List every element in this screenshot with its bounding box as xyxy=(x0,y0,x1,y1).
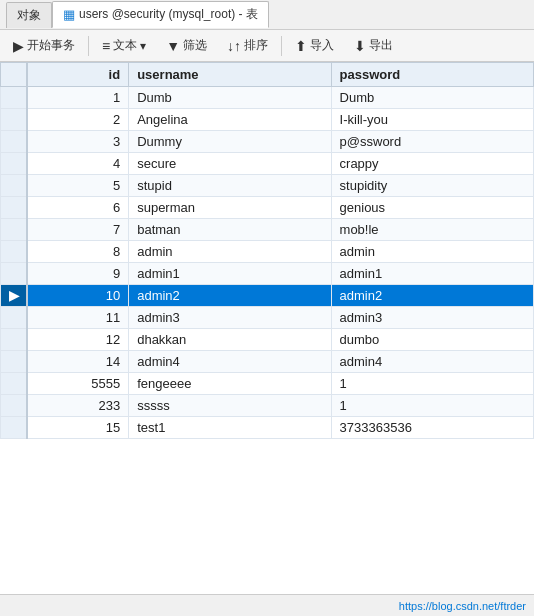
cell-password: crappy xyxy=(331,153,533,175)
data-table: id username password 1DumbDumb2AngelinaI… xyxy=(0,62,534,439)
status-link[interactable]: https://blog.csdn.net/ftrder xyxy=(399,600,526,612)
table-row[interactable]: 3Dummyp@ssword xyxy=(1,131,534,153)
table-row[interactable]: 1DumbDumb xyxy=(1,87,534,109)
cell-id: 5555 xyxy=(27,373,128,395)
cell-password: p@ssword xyxy=(331,131,533,153)
sort-icon: ↓↑ xyxy=(227,38,241,54)
table-row[interactable]: 4securecrappy xyxy=(1,153,534,175)
table-row[interactable]: 14admin4admin4 xyxy=(1,351,534,373)
cell-username: admin2 xyxy=(129,285,331,307)
cell-id: 11 xyxy=(27,307,128,329)
cell-password: admin2 xyxy=(331,285,533,307)
filter-button[interactable]: ▼ 筛选 xyxy=(157,33,216,58)
cell-password: I-kill-you xyxy=(331,109,533,131)
cell-id: 14 xyxy=(27,351,128,373)
row-marker xyxy=(1,131,28,153)
cell-id: 6 xyxy=(27,197,128,219)
table-row[interactable]: ▶10admin2admin2 xyxy=(1,285,534,307)
row-marker xyxy=(1,307,28,329)
row-marker xyxy=(1,175,28,197)
table-row[interactable]: 6supermangenious xyxy=(1,197,534,219)
status-bar: https://blog.csdn.net/ftrder xyxy=(0,594,534,616)
row-marker xyxy=(1,219,28,241)
col-header-id[interactable]: id xyxy=(27,63,128,87)
cell-username: Angelina xyxy=(129,109,331,131)
col-header-username[interactable]: username xyxy=(129,63,331,87)
text-button[interactable]: ≡ 文本 ▾ xyxy=(93,33,155,58)
cell-username: fengeeee xyxy=(129,373,331,395)
cell-username: admin1 xyxy=(129,263,331,285)
row-marker xyxy=(1,329,28,351)
table-row[interactable]: 15test13733363536 xyxy=(1,417,534,439)
cell-password: 3733363536 xyxy=(331,417,533,439)
toolbar-separator-2 xyxy=(281,36,282,56)
row-marker xyxy=(1,197,28,219)
row-marker-header xyxy=(1,63,28,87)
table-row[interactable]: 5555fengeeee1 xyxy=(1,373,534,395)
table-row[interactable]: 11admin3admin3 xyxy=(1,307,534,329)
objects-tab-label: 对象 xyxy=(17,7,41,24)
cell-username: admin4 xyxy=(129,351,331,373)
table-tab-label: users @security (mysql_root) - 表 xyxy=(79,6,258,23)
row-marker: ▶ xyxy=(1,285,28,307)
export-label: 导出 xyxy=(369,37,393,54)
text-dropdown-icon: ▾ xyxy=(140,39,146,53)
cell-id: 8 xyxy=(27,241,128,263)
transaction-icon: ▶ xyxy=(13,38,24,54)
cell-id: 3 xyxy=(27,131,128,153)
table-row[interactable]: 5stupidstupidity xyxy=(1,175,534,197)
table-row[interactable]: 12dhakkandumbo xyxy=(1,329,534,351)
toolbar: ▶ 开始事务 ≡ 文本 ▾ ▼ 筛选 ↓↑ 排序 ⬆ 导入 ⬇ 导出 xyxy=(0,30,534,62)
row-marker xyxy=(1,109,28,131)
cell-username: superman xyxy=(129,197,331,219)
cell-username: admin xyxy=(129,241,331,263)
tab-table[interactable]: ▦ users @security (mysql_root) - 表 xyxy=(52,1,269,28)
cell-id: 2 xyxy=(27,109,128,131)
tab-objects[interactable]: 对象 xyxy=(6,2,52,28)
text-label: 文本 xyxy=(113,37,137,54)
filter-label: 筛选 xyxy=(183,37,207,54)
cell-password: mob!le xyxy=(331,219,533,241)
sort-label: 排序 xyxy=(244,37,268,54)
import-icon: ⬆ xyxy=(295,38,307,54)
table-header-row: id username password xyxy=(1,63,534,87)
row-marker xyxy=(1,263,28,285)
cell-password: admin xyxy=(331,241,533,263)
cell-id: 1 xyxy=(27,87,128,109)
col-header-password[interactable]: password xyxy=(331,63,533,87)
export-button[interactable]: ⬇ 导出 xyxy=(345,33,402,58)
row-marker xyxy=(1,153,28,175)
cell-password: admin1 xyxy=(331,263,533,285)
cell-id: 15 xyxy=(27,417,128,439)
row-marker xyxy=(1,373,28,395)
row-marker xyxy=(1,395,28,417)
text-icon: ≡ xyxy=(102,38,110,54)
cell-username: dhakkan xyxy=(129,329,331,351)
title-bar: 对象 ▦ users @security (mysql_root) - 表 xyxy=(0,0,534,30)
cell-id: 4 xyxy=(27,153,128,175)
cell-password: admin4 xyxy=(331,351,533,373)
table-row[interactable]: 8adminadmin xyxy=(1,241,534,263)
cell-id: 12 xyxy=(27,329,128,351)
toolbar-separator-1 xyxy=(88,36,89,56)
cell-id: 233 xyxy=(27,395,128,417)
cell-id: 9 xyxy=(27,263,128,285)
import-label: 导入 xyxy=(310,37,334,54)
table-row[interactable]: 9admin1admin1 xyxy=(1,263,534,285)
begin-transaction-button[interactable]: ▶ 开始事务 xyxy=(4,33,84,58)
cell-username: batman xyxy=(129,219,331,241)
cell-username: sssss xyxy=(129,395,331,417)
cell-password: stupidity xyxy=(331,175,533,197)
filter-icon: ▼ xyxy=(166,38,180,54)
table-area: id username password 1DumbDumb2AngelinaI… xyxy=(0,62,534,594)
cell-password: 1 xyxy=(331,373,533,395)
row-marker xyxy=(1,417,28,439)
table-row[interactable]: 233sssss1 xyxy=(1,395,534,417)
table-row[interactable]: 2AngelinaI-kill-you xyxy=(1,109,534,131)
table-row[interactable]: 7batmanmob!le xyxy=(1,219,534,241)
row-marker xyxy=(1,351,28,373)
cell-username: Dumb xyxy=(129,87,331,109)
sort-button[interactable]: ↓↑ 排序 xyxy=(218,33,277,58)
cell-password: 1 xyxy=(331,395,533,417)
import-button[interactable]: ⬆ 导入 xyxy=(286,33,343,58)
